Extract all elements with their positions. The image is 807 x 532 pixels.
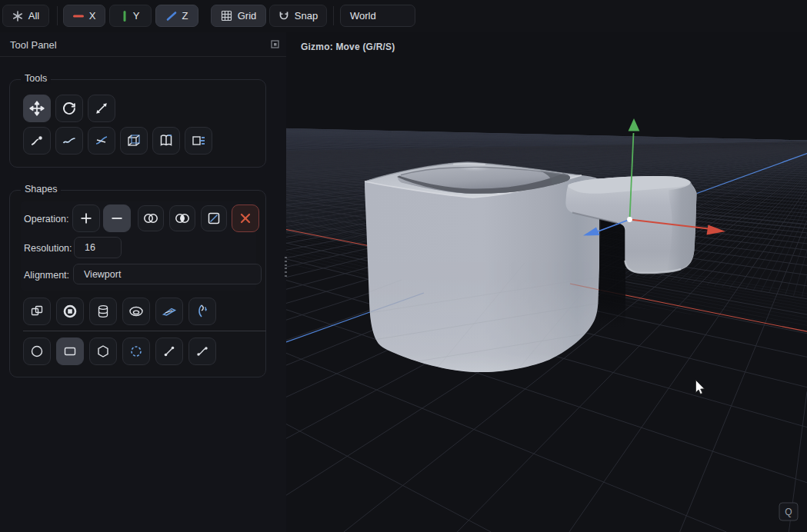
svg-text:Q: Q [785, 507, 792, 517]
